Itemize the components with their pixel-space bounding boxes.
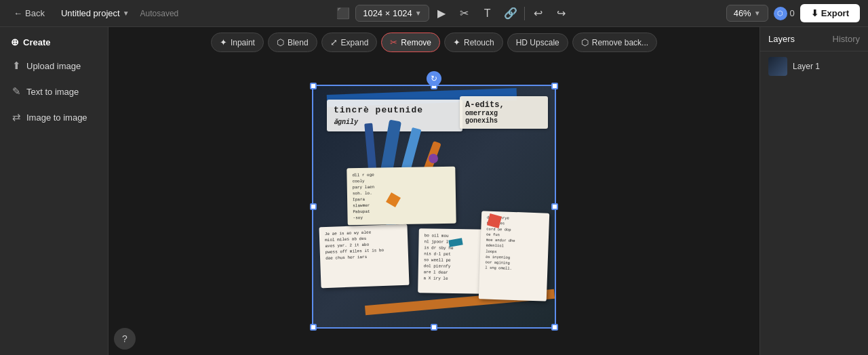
export-button[interactable]: ⬇ Export xyxy=(800,4,860,22)
expand-icon: ⤢ xyxy=(330,37,338,47)
retouch-label: Retouch xyxy=(464,38,494,47)
project-title[interactable]: Untitled project ▼ xyxy=(56,5,135,21)
sidebar-item-upload-image[interactable]: ⬆ Upload image xyxy=(5,54,102,77)
inpaint-button[interactable]: ✦ Inpaint xyxy=(211,33,264,52)
zoom-selector[interactable]: 46% ▼ xyxy=(726,5,768,22)
inpaint-icon: ✦ xyxy=(220,37,227,47)
retouch-button[interactable]: ✦ Retouch xyxy=(444,33,503,52)
handle-middle-left[interactable] xyxy=(310,203,317,210)
chevron-down-icon: ▼ xyxy=(123,9,130,17)
credits-icon: ⬡ xyxy=(774,7,787,20)
tab-layers[interactable]: Layers xyxy=(768,34,795,44)
upload-image-label: Upload image xyxy=(26,61,81,71)
remove-back-button[interactable]: ⬡ Remove back... xyxy=(572,33,657,52)
layer-thumb-inner xyxy=(768,57,787,76)
remove-back-icon: ⬡ xyxy=(581,37,589,47)
link-icon[interactable]: 🔗 xyxy=(500,3,521,24)
text-to-image-icon: ✎ xyxy=(12,85,21,98)
remove-icon: ✂ xyxy=(390,37,397,47)
zoom-text: 46% xyxy=(734,8,751,18)
layer-item[interactable]: Layer 1 xyxy=(760,51,868,81)
chevron-down-icon: ▼ xyxy=(415,9,422,17)
toolbar: ✦ Inpaint ⬡ Blend ⤢ Expand ✂ Remove ✦ Re… xyxy=(211,27,657,58)
blend-button[interactable]: ⬡ Blend xyxy=(268,33,317,52)
crop-icon[interactable]: ✂ xyxy=(454,3,475,24)
main-layout: ⊕ Create ⬆ Upload image ✎ Text to image … xyxy=(0,27,868,355)
left-sidebar: ⊕ Create ⬆ Upload image ✎ Text to image … xyxy=(0,27,108,355)
handle-bottom-right[interactable] xyxy=(551,324,558,331)
image-to-image-label: Image to image xyxy=(26,112,87,123)
topbar: ← Back Untitled project ▼ Autosaved ⬛ 10… xyxy=(0,0,868,27)
canvas-area: ✦ Inpaint ⬡ Blend ⤢ Expand ✂ Remove ✦ Re… xyxy=(108,27,760,355)
create-label: Create xyxy=(23,37,50,47)
expand-label: Expand xyxy=(341,38,369,47)
text-icon[interactable]: T xyxy=(477,3,498,24)
text-to-image-label: Text to image xyxy=(26,87,79,97)
help-button[interactable]: ? xyxy=(114,328,136,350)
hd-upscale-button[interactable]: HD Upscale xyxy=(507,33,568,52)
handle-bottom-left[interactable] xyxy=(310,324,317,331)
export-label: Export xyxy=(821,8,849,18)
collage: tincrè peutnide ǎgnily A-edits, omerraxg… xyxy=(313,86,555,327)
credits-badge: ⬡ 0 xyxy=(774,7,795,20)
right-sidebar: Layers History Layer 1 xyxy=(760,27,868,355)
retouch-icon: ✦ xyxy=(453,37,460,47)
canvas-image: tincrè peutnide ǎgnily A-edits, omerraxg… xyxy=(313,86,555,327)
canvas-frame[interactable]: tincrè peutnide ǎgnily A-edits, omerraxg… xyxy=(312,85,556,329)
autosaved-label: Autosaved xyxy=(140,9,179,18)
hd-upscale-label: HD Upscale xyxy=(516,38,559,47)
create-section: ⊕ Create xyxy=(5,33,102,51)
upload-icon: ⬆ xyxy=(12,60,21,72)
blend-icon: ⬡ xyxy=(277,37,284,47)
back-label: Back xyxy=(25,8,45,18)
handle-middle-right[interactable] xyxy=(551,203,558,210)
tab-history[interactable]: History xyxy=(833,34,860,44)
dimensions-text: 1024 × 1024 xyxy=(363,8,412,18)
remove-button[interactable]: ✂ Remove xyxy=(381,33,440,52)
export-icon: ⬇ xyxy=(811,8,818,18)
chevron-down-icon: ▼ xyxy=(754,9,761,17)
redo-icon[interactable]: ↪ xyxy=(551,3,572,24)
credits-count: 0 xyxy=(790,8,795,18)
inpaint-label: Inpaint xyxy=(231,38,255,47)
blend-label: Blend xyxy=(288,38,309,47)
handle-bottom-middle[interactable] xyxy=(431,324,437,331)
tool-icon-1[interactable]: ⬛ xyxy=(332,3,354,24)
sidebar-item-text-to-image[interactable]: ✎ Text to image xyxy=(5,80,102,103)
play-icon[interactable]: ▶ xyxy=(431,3,452,24)
layer-name: Layer 1 xyxy=(793,62,820,71)
undo-icon[interactable]: ↩ xyxy=(528,3,549,24)
remove-label: Remove xyxy=(401,38,431,47)
sidebar-item-image-to-image[interactable]: ⇄ Image to image xyxy=(5,106,102,129)
layer-thumbnail xyxy=(768,57,787,76)
expand-button[interactable]: ⤢ Expand xyxy=(321,33,378,52)
refresh-handle[interactable]: ↻ xyxy=(427,71,441,86)
remove-back-label: Remove back... xyxy=(592,38,648,47)
project-title-text: Untitled project xyxy=(61,8,120,18)
back-arrow-icon: ← xyxy=(14,8,22,18)
right-sidebar-header: Layers History xyxy=(760,27,868,51)
dimension-selector[interactable]: 1024 × 1024 ▼ xyxy=(355,5,429,22)
canvas-wrapper[interactable]: tincrè peutnide ǎgnily A-edits, omerraxg… xyxy=(312,58,556,355)
back-button[interactable]: ← Back xyxy=(8,5,50,21)
handle-top-left[interactable] xyxy=(310,83,317,89)
image-to-image-icon: ⇄ xyxy=(12,111,21,123)
handle-top-right[interactable] xyxy=(551,83,558,89)
plus-icon: ⊕ xyxy=(11,37,19,47)
